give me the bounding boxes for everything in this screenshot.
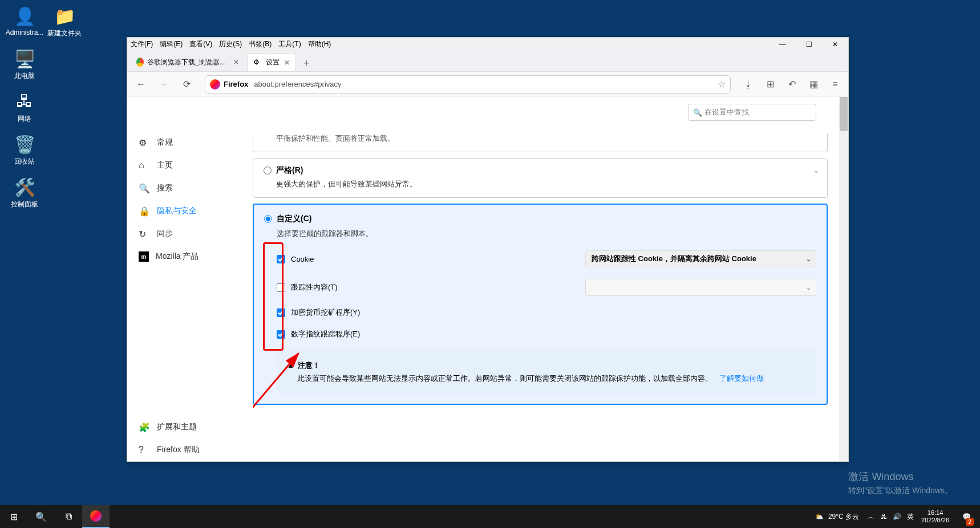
watermark-line1: 激活 Windows [848, 469, 953, 485]
menu-tools[interactable]: 工具(T) [278, 39, 301, 49]
sidebar-item-extensions[interactable]: 🧩扩展和主题 [127, 416, 253, 438]
tab-settings[interactable]: ⚙ 设置 ✕ [247, 53, 296, 71]
search-button[interactable]: 🔍 [27, 505, 55, 528]
gear-icon: ⚙ [139, 137, 150, 148]
menu-history[interactable]: 历史(S) [219, 39, 242, 49]
window-maximize-button[interactable]: ☐ [796, 38, 822, 51]
cookie-checkbox[interactable] [277, 255, 285, 263]
weather-text: 29°C 多云 [828, 513, 859, 521]
sync-icon: ↻ [139, 229, 150, 239]
select-value: 跨网站跟踪性 Cookie，并隔离其余跨网站 Cookie [592, 254, 756, 264]
url-input[interactable]: Firefox about:preferences#privacy ☆ [205, 75, 731, 94]
apps-icon[interactable]: ▦ [805, 76, 822, 93]
sidebar-item-label: 扩展和主题 [157, 422, 197, 432]
undo-icon[interactable]: ↶ [783, 76, 800, 93]
task-view-button[interactable]: ⧉ [55, 505, 82, 528]
cookie-select[interactable]: 跨网站跟踪性 Cookie，并隔离其余跨网站 Cookie ⌄ [585, 250, 816, 267]
start-button[interactable]: ⊞ [0, 505, 27, 528]
cryptominer-row: 加密货币挖矿程序(Y) [277, 307, 816, 318]
option-desc: 更强大的保护，但可能导致某些网站异常。 [276, 179, 817, 189]
fingerprinter-checkbox[interactable] [277, 330, 285, 339]
tracking-content-select: ⌄ [585, 279, 816, 296]
sidebar-item-help[interactable]: ?Firefox 帮助 [127, 438, 253, 461]
menu-icon[interactable]: ≡ [827, 76, 844, 93]
tray-volume-icon[interactable]: 🔊 [893, 513, 901, 521]
tab-close-button[interactable]: ✕ [233, 58, 239, 66]
downloads-icon[interactable]: ⭳ [740, 76, 757, 93]
menu-view[interactable]: 查看(V) [189, 39, 212, 49]
back-button[interactable]: ← [132, 75, 150, 94]
option-box-strict[interactable]: 严格(R) 更强大的保护，但可能导致某些网站异常。 ⌄ [253, 158, 828, 198]
reload-button[interactable]: ⟳ [177, 75, 196, 94]
settings-main: 🔍 在设置中查找 平衡保护和性能。页面将正常加载。 严格(R) 更强大的保护，但… [253, 97, 839, 461]
notification-count: 2 [966, 518, 974, 526]
taskbar-firefox[interactable] [82, 505, 110, 528]
sidebar-item-label: 同步 [157, 229, 173, 239]
tracking-content-checkbox[interactable] [277, 283, 285, 292]
extensions-icon[interactable]: ⊞ [762, 76, 779, 93]
window-minimize-button[interactable]: — [770, 38, 796, 51]
tracking-content-row: 跟踪性内容(T) ⌄ [277, 279, 816, 296]
home-icon: ⌂ [139, 160, 150, 170]
desktop-icon-controlpanel[interactable]: 🛠️控制面板 [5, 176, 44, 209]
clock-time: 16:14 [921, 509, 949, 517]
firefox-window: 文件(F) 编辑(E) 查看(V) 历史(S) 书签(B) 工具(T) 帮助(H… [127, 37, 849, 462]
notice-body: 此设置可能会导致某些网站无法显示内容或正常工作。若网站异常，则可能需要关闭该网站… [297, 374, 712, 383]
ime-indicator[interactable]: 英 [907, 512, 914, 522]
cryptominer-checkbox[interactable] [277, 308, 285, 317]
search-placeholder: 在设置中查找 [704, 107, 749, 117]
settings-search-input[interactable]: 🔍 在设置中查找 [688, 104, 816, 121]
new-tab-button[interactable]: + [298, 55, 314, 71]
notice-link[interactable]: 了解要如何做 [719, 374, 764, 383]
desktop-icon-network[interactable]: 🖧网络 [5, 90, 44, 124]
option-box-custom: 自定义(C) 选择要拦截的跟踪器和脚本。 Cookie 跨网站跟踪性 Cooki… [253, 204, 828, 405]
window-close-button[interactable]: ✕ [822, 38, 848, 51]
sidebar-item-privacy[interactable]: 🔒隐私与安全 [127, 200, 253, 222]
windows-activation-watermark: 激活 Windows 转到"设置"以激活 Windows。 [848, 469, 953, 497]
tab-chrome-download[interactable]: 谷歌浏览器下载_浏览器官网入口 ✕ [131, 53, 245, 71]
tab-close-button[interactable]: ✕ [284, 59, 290, 67]
tab-label: 谷歌浏览器下载_浏览器官网入口 [147, 58, 229, 67]
scrollbar[interactable] [839, 97, 848, 461]
tab-bar: 谷歌浏览器下载_浏览器官网入口 ✕ ⚙ 设置 ✕ + [127, 51, 848, 72]
menu-help[interactable]: 帮助(H) [308, 39, 331, 49]
desktop-icon-label: Administra... [5, 29, 44, 36]
sidebar-item-mozilla[interactable]: mMozilla 产品 [127, 245, 253, 268]
custom-radio[interactable] [264, 215, 272, 223]
notifications-button[interactable]: 💬2 [954, 505, 979, 528]
desktop-icon-label: 控制面板 [5, 200, 44, 209]
cookie-label: Cookie [291, 255, 314, 263]
sidebar-item-label: 搜索 [157, 183, 173, 193]
watermark-line2: 转到"设置"以激活 Windows。 [848, 485, 953, 497]
sidebar-item-label: 常规 [157, 137, 173, 148]
desktop-icons: 👤Administra... 📁新建文件夹 🖥️此电脑 🖧网络 🗑️回收站 🛠️… [5, 5, 84, 218]
sidebar-item-sync[interactable]: ↻同步 [127, 222, 253, 245]
notice-title-text: 注意！ [298, 359, 320, 372]
help-icon: ? [139, 445, 150, 455]
strict-radio[interactable] [264, 166, 272, 174]
taskbar: ⊞ 🔍 ⧉ ⛅ 29°C 多云 ︿ 🖧 🔊 英 16:14 2022/8/26 … [0, 505, 980, 528]
taskbar-tray: ⛅ 29°C 多云 ︿ 🖧 🔊 英 16:14 2022/8/26 💬2 [812, 505, 980, 528]
desktop-icon-newfolder[interactable]: 📁新建文件夹 [44, 5, 84, 38]
sidebar-item-home[interactable]: ⌂主页 [127, 154, 253, 177]
chevron-down-icon[interactable]: ⌄ [813, 166, 819, 174]
tab-label: 设置 [266, 58, 280, 67]
cookie-row: Cookie 跨网站跟踪性 Cookie，并隔离其余跨网站 Cookie ⌄ [277, 250, 816, 267]
bookmark-star-icon[interactable]: ☆ [718, 79, 726, 90]
menu-bookmarks[interactable]: 书签(B) [249, 39, 272, 49]
tray-chevron-icon[interactable]: ︿ [868, 512, 874, 522]
menu-edit[interactable]: 编辑(E) [160, 39, 183, 49]
mozilla-icon: m [139, 251, 149, 262]
sidebar-item-search[interactable]: 🔍搜索 [127, 177, 253, 200]
desktop-icon-recyclebin[interactable]: 🗑️回收站 [5, 133, 44, 166]
forward-button[interactable]: → [155, 75, 173, 94]
desktop-icon-admin[interactable]: 👤Administra... [5, 5, 44, 38]
weather-widget[interactable]: ⛅ 29°C 多云 [815, 512, 862, 522]
option-desc: 选择要拦截的跟踪器和脚本。 [277, 229, 816, 239]
menu-file[interactable]: 文件(F) [131, 39, 153, 49]
desktop-icon-thispc[interactable]: 🖥️此电脑 [5, 47, 44, 81]
taskbar-clock[interactable]: 16:14 2022/8/26 [917, 509, 954, 524]
scrollbar-thumb[interactable] [840, 97, 848, 131]
sidebar-item-general[interactable]: ⚙常规 [127, 131, 253, 154]
tray-network-icon[interactable]: 🖧 [880, 513, 887, 521]
